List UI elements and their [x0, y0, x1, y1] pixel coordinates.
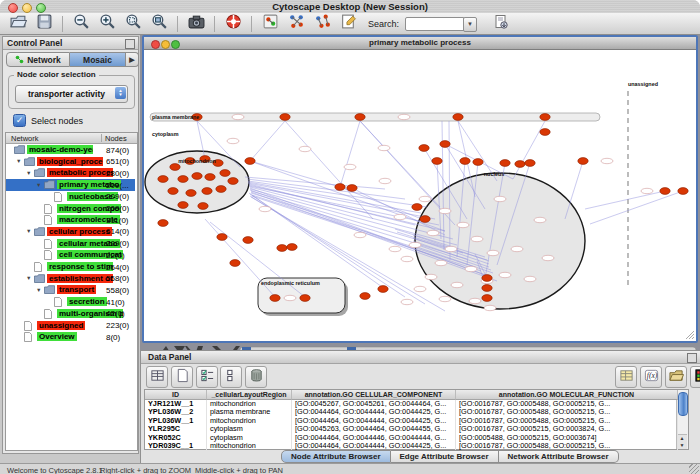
graph-node[interactable]	[230, 260, 240, 267]
graph-node[interactable]	[192, 173, 202, 180]
view-resize-grip[interactable]	[686, 331, 694, 339]
table-cell[interactable]: [GO:0016787, GO:0005488, GO:0005215, G..…	[456, 417, 678, 425]
graph-node[interactable]	[220, 170, 230, 177]
snapshot-button[interactable]	[186, 15, 206, 33]
scrollbar-arrows[interactable]: ▲▼	[677, 434, 687, 449]
network-tree-row[interactable]: ▼primary metabo209(...	[6, 179, 135, 191]
table-cell[interactable]: YJR121W__1	[145, 400, 207, 408]
network-tree-row[interactable]: response to stimul264(0)	[6, 261, 135, 273]
table-cell[interactable]: cytoplasm	[207, 425, 292, 433]
open-file-button[interactable]	[8, 15, 28, 33]
layout-b-button[interactable]	[312, 15, 332, 33]
graph-node[interactable]	[500, 160, 510, 167]
column-select-button[interactable]	[220, 366, 242, 388]
network-view-titlebar[interactable]: primary metabolic process	[144, 37, 696, 50]
graph-node[interactable]	[186, 190, 196, 197]
tab-network[interactable]: Network	[6, 52, 70, 67]
network-tree-row[interactable]: cell communicat22(0)	[6, 249, 135, 261]
zoom-in-button[interactable]	[97, 15, 117, 33]
network-tree-row[interactable]: ▼transport558(0)	[6, 284, 135, 296]
table-cell[interactable]: [GO:0045267, GO:0045261, GO:0044464, G..…	[292, 400, 456, 408]
select-attributes-button[interactable]	[146, 366, 168, 388]
table-column-header[interactable]: annotation.GO MOLECULAR_FUNCTION	[456, 390, 678, 400]
graph-node[interactable]	[277, 245, 287, 252]
graph-node[interactable]	[378, 286, 388, 293]
annotation-button[interactable]	[338, 15, 358, 33]
network-tree-row[interactable]: ▼metabolic process280(0)	[6, 167, 135, 179]
matrix-button[interactable]	[690, 366, 700, 388]
graph-node[interactable]	[515, 161, 525, 168]
network-tree-row[interactable]: macromolecule311(0)	[6, 214, 135, 226]
zoom-selected-button[interactable]	[123, 15, 143, 33]
import-attributes-button[interactable]	[491, 15, 511, 33]
table-cell[interactable]: [GO:0005488, GO:0005215, GO:0003674]	[456, 434, 678, 442]
graph-node[interactable]	[245, 158, 255, 165]
table-cell[interactable]: [GO:0044464, GO:0044444, GO:0044425, G..…	[292, 417, 456, 425]
graph-node[interactable]	[270, 295, 280, 302]
network-tree-row[interactable]: secretion41(0)	[6, 296, 135, 308]
window-resize-grip[interactable]	[689, 464, 699, 474]
float-data-panel-icon[interactable]	[687, 353, 697, 363]
graph-node[interactable]	[280, 114, 290, 121]
node-color-dropdown[interactable]: transporter activity ▲▼	[15, 85, 128, 103]
graph-node[interactable]	[678, 188, 688, 195]
graph-node[interactable]	[419, 145, 429, 152]
table-cell[interactable]: [GO:0016787, GO:0005215, GO:0003824, G..…	[456, 425, 678, 433]
network-tree-row[interactable]: unassigned223(0)	[6, 320, 135, 332]
disclosure-triangle-icon[interactable]: ▼	[36, 182, 41, 188]
graph-node[interactable]	[202, 188, 212, 195]
graph-node[interactable]	[440, 141, 450, 148]
network-tree-row[interactable]: ▼cellular process614(0)	[6, 226, 135, 238]
layout-a-button[interactable]	[286, 15, 306, 33]
table-column-header[interactable]: _cellularLayoutRegion	[207, 390, 292, 400]
graph-node[interactable]	[198, 203, 208, 210]
graph-node[interactable]	[482, 275, 492, 282]
graph-node[interactable]	[158, 220, 168, 227]
checklist-button[interactable]	[196, 366, 218, 388]
tab-node-attribute-browser[interactable]: Node Attribute Browser	[281, 450, 391, 463]
new-attribute-button[interactable]	[171, 366, 193, 388]
graph-node[interactable]	[217, 234, 227, 241]
graph-node[interactable]	[158, 176, 168, 183]
graph-node[interactable]	[578, 158, 588, 165]
graph-node[interactable]	[540, 129, 550, 136]
graph-node[interactable]	[432, 158, 442, 165]
network-tree-row[interactable]: ▼establishment of lo558(0)	[6, 273, 135, 285]
graph-node[interactable]	[287, 244, 297, 251]
scrollbar-thumb[interactable]	[678, 392, 688, 416]
disclosure-triangle-icon[interactable]: ▼	[36, 287, 41, 293]
tab-overflow-button[interactable]: ▶	[126, 52, 139, 67]
graph-node[interactable]	[228, 178, 238, 185]
graph-node[interactable]	[525, 160, 535, 167]
table-cell[interactable]: plasma membrane	[207, 408, 292, 416]
graph-node[interactable]	[205, 174, 215, 181]
table-cell[interactable]: mitochondrion	[207, 442, 292, 450]
open-folder-button[interactable]	[665, 366, 687, 388]
disclosure-triangle-icon[interactable]: ▼	[26, 275, 31, 281]
chevron-down-icon[interactable]: ▼	[463, 17, 477, 32]
disclosure-triangle-icon[interactable]: ▼	[16, 158, 21, 164]
network-tree-row[interactable]: multi-organism pro42(0)	[6, 308, 135, 320]
region-plasma-membrane[interactable]	[150, 113, 600, 121]
graph-node[interactable]	[178, 176, 188, 183]
formula-button[interactable]: f(x)	[640, 366, 662, 388]
graph-node[interactable]	[170, 164, 180, 171]
table-column-header[interactable]: ID	[145, 390, 207, 400]
graph-node[interactable]	[482, 295, 492, 302]
delete-attribute-button[interactable]	[245, 366, 267, 388]
network-view-window[interactable]: primary metabolic process plasma membran…	[142, 35, 698, 343]
help-button[interactable]	[223, 15, 243, 33]
graph-node[interactable]	[355, 114, 365, 121]
table-column-header[interactable]: annotation.GO CELLULAR_COMPONENT	[292, 390, 456, 400]
disclosure-triangle-icon[interactable]: ▼	[26, 170, 31, 176]
graph-node[interactable]	[412, 204, 422, 211]
disclosure-triangle-icon[interactable]: ▼	[26, 228, 31, 234]
table-cell[interactable]: YKR052C	[145, 434, 207, 442]
graph-node[interactable]	[482, 285, 492, 292]
table-cell[interactable]: mitochondrion	[207, 400, 292, 408]
graph-node[interactable]	[460, 158, 470, 165]
graph-node[interactable]	[473, 159, 483, 166]
graph-node[interactable]	[335, 184, 345, 191]
graph-node[interactable]	[300, 295, 310, 302]
attribute-table-button[interactable]	[615, 366, 637, 388]
